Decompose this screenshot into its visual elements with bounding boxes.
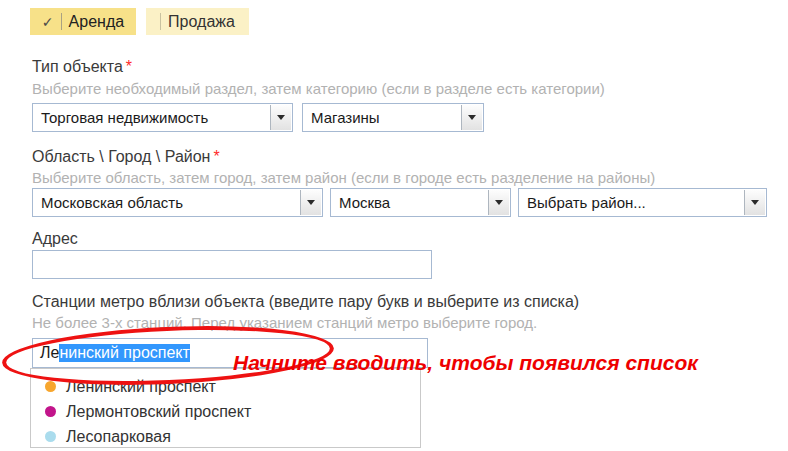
metro-suggestion-item[interactable]: Лермонтовский проспект <box>31 399 420 424</box>
metro-line-dot-icon <box>45 431 56 442</box>
metro-hint: Не более 3-х станций. Перед указанием ст… <box>32 314 537 331</box>
metro-line-dot-icon <box>45 406 56 417</box>
location-hint: Выберите область, затем город, затем рай… <box>32 169 655 186</box>
object-section-value: Торговая недвижимость <box>33 109 269 126</box>
metro-suggestion-label: Лермонтовский проспект <box>66 403 251 421</box>
address-label: Адрес <box>32 230 78 248</box>
metro-input-text: Ле <box>40 344 59 362</box>
required-asterisk: * <box>126 58 132 75</box>
listing-form: ✓ Аренда Продажа Тип объекта* Выберите н… <box>0 0 788 451</box>
required-asterisk: * <box>213 148 219 165</box>
tab-rent-label: Аренда <box>69 13 125 31</box>
district-value: Выбрать район... <box>519 194 743 211</box>
tab-divider <box>160 13 161 30</box>
metro-suggestion-item[interactable]: Ленинский проспект <box>31 374 420 399</box>
dropdown-arrow-icon <box>488 190 509 215</box>
metro-suggestion-item[interactable]: Лесопарковая <box>31 424 420 449</box>
address-input[interactable] <box>32 250 432 279</box>
metro-suggestion-label: Ленинский проспект <box>66 378 216 396</box>
metro-input-selected-text: нинский проспект <box>59 344 189 362</box>
dropdown-arrow-icon <box>270 105 291 130</box>
district-select[interactable]: Выбрать район... <box>518 188 767 217</box>
tab-sale[interactable]: Продажа <box>146 8 249 35</box>
object-type-hint: Выберите необходимый раздел, затем катег… <box>32 80 605 97</box>
object-type-label: Тип объекта* <box>32 58 132 76</box>
region-value: Московская область <box>33 194 299 211</box>
object-section-select[interactable]: Торговая недвижимость <box>32 103 293 132</box>
tab-rent[interactable]: ✓ Аренда <box>30 8 136 35</box>
object-category-select[interactable]: Магазины <box>302 103 484 132</box>
region-select[interactable]: Московская область <box>32 188 323 217</box>
city-value: Москва <box>331 194 487 211</box>
metro-line-dot-icon <box>45 381 56 392</box>
metro-suggestion-list: Ленинский проспект Лермонтовский проспек… <box>30 368 421 448</box>
object-category-value: Магазины <box>303 109 460 126</box>
metro-label: Станции метро вблизи объекта (введите па… <box>32 293 579 311</box>
metro-input[interactable]: Ленинский проспект <box>32 338 428 368</box>
city-select[interactable]: Москва <box>330 188 511 217</box>
tab-sale-label: Продажа <box>168 13 235 31</box>
check-icon: ✓ <box>42 15 54 29</box>
dropdown-arrow-icon <box>744 190 765 215</box>
location-label: Область \ Город \ Район* <box>32 148 220 166</box>
dropdown-arrow-icon <box>300 190 321 215</box>
dropdown-arrow-icon <box>461 105 482 130</box>
metro-suggestion-label: Лесопарковая <box>66 428 171 446</box>
tab-divider <box>61 13 62 30</box>
